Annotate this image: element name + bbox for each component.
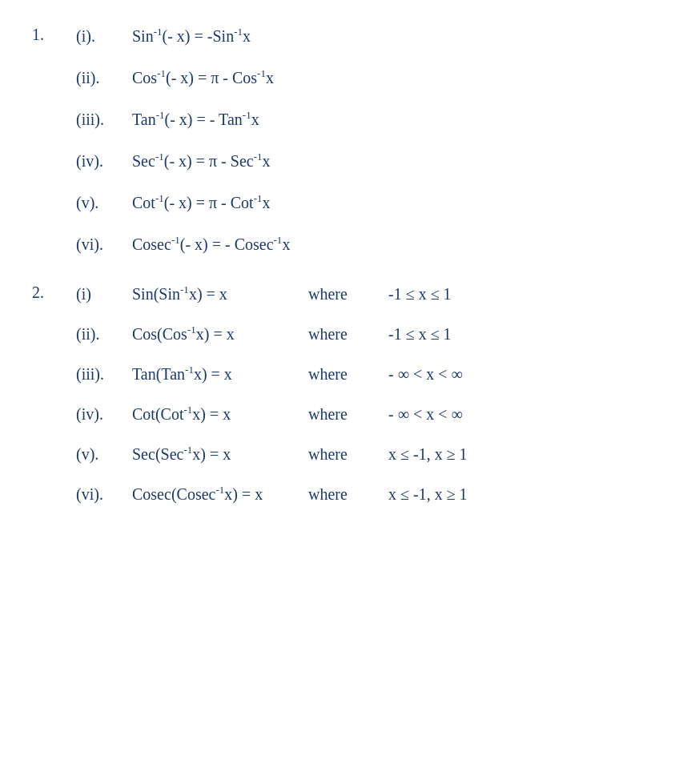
p2-where-i: where [308,282,388,306]
p2-item-v: (v). Sec(Sec-1x) = x where x ≤ -1, x ≥ 1 [76,442,667,466]
p2-item-iv: (iv). Cot(Cot-1x) = x where - ∞ < x < ∞ [76,402,667,426]
p2-where-iii: where [308,362,388,386]
p1-item-vi: (vi). Cosec-1(- x) = - Cosec-1x [76,232,667,256]
p1-label-ii: (ii). [76,66,132,90]
p1-item-iii: (iii). Tan-1(- x) = - Tan-1x [76,107,667,131]
p2-range-i: -1 ≤ x ≤ 1 [388,282,524,306]
p2-item-i: (i) Sin(Sin-1x) = x where -1 ≤ x ≤ 1 [76,282,667,306]
problem-1-number: 1. [32,24,76,274]
p2-range-v: x ≤ -1, x ≥ 1 [388,442,524,466]
p2-label-vi: (vi). [76,482,132,506]
p2-formula-iii: Tan(Tan-1x) = x [132,362,308,386]
p2-where-iv: where [308,402,388,426]
p1-formula-iii: Tan-1(- x) = - Tan-1x [132,107,667,131]
p1-item-v: (v). Cot-1(- x) = π - Cot-1x [76,191,667,215]
p2-range-ii: -1 ≤ x ≤ 1 [388,322,524,346]
p2-label-iii: (iii). [76,362,132,386]
problem-1: 1. (i). Sin-1(- x) = -Sin-1x (ii). Cos-1… [32,24,667,274]
p2-formula-vi: Cosec(Cosec-1x) = x [132,482,308,506]
p2-label-ii: (ii). [76,322,132,346]
p1-item-iv: (iv). Sec-1(- x) = π - Sec-1x [76,149,667,173]
p2-where-vi: where [308,482,388,506]
p1-formula-v: Cot-1(- x) = π - Cot-1x [132,191,667,215]
problem-1-content: (i). Sin-1(- x) = -Sin-1x (ii). Cos-1(- … [76,24,667,274]
p2-label-v: (v). [76,442,132,466]
p2-where-v: where [308,442,388,466]
p2-range-iv: - ∞ < x < ∞ [388,402,524,426]
p1-item-i: (i). Sin-1(- x) = -Sin-1x [76,24,667,48]
p2-range-iii: - ∞ < x < ∞ [388,362,524,386]
p2-label-iv: (iv). [76,402,132,426]
problem-2-content: (i) Sin(Sin-1x) = x where -1 ≤ x ≤ 1 (ii… [76,282,667,522]
p2-item-iii: (iii). Tan(Tan-1x) = x where - ∞ < x < ∞ [76,362,667,386]
p2-formula-v: Sec(Sec-1x) = x [132,442,308,466]
p2-item-vi: (vi). Cosec(Cosec-1x) = x where x ≤ -1, … [76,482,667,506]
p1-formula-vi: Cosec-1(- x) = - Cosec-1x [132,232,667,256]
p1-label-iii: (iii). [76,107,132,131]
p2-range-vi: x ≤ -1, x ≥ 1 [388,482,524,506]
p1-item-ii: (ii). Cos-1(- x) = π - Cos-1x [76,66,667,90]
p1-formula-ii: Cos-1(- x) = π - Cos-1x [132,66,667,90]
p1-label-vi: (vi). [76,232,132,256]
p2-where-ii: where [308,322,388,346]
p1-formula-i: Sin-1(- x) = -Sin-1x [132,24,667,48]
p2-formula-iv: Cot(Cot-1x) = x [132,402,308,426]
p1-formula-iv: Sec-1(- x) = π - Sec-1x [132,149,667,173]
p2-formula-i: Sin(Sin-1x) = x [132,282,308,306]
problem-2: 2. (i) Sin(Sin-1x) = x where -1 ≤ x ≤ 1 … [32,282,667,522]
p2-formula-ii: Cos(Cos-1x) = x [132,322,308,346]
p1-label-v: (v). [76,191,132,215]
p2-label-i: (i) [76,282,132,306]
p2-item-ii: (ii). Cos(Cos-1x) = x where -1 ≤ x ≤ 1 [76,322,667,346]
p1-label-i: (i). [76,24,132,48]
p1-label-iv: (iv). [76,149,132,173]
problem-2-number: 2. [32,282,76,522]
